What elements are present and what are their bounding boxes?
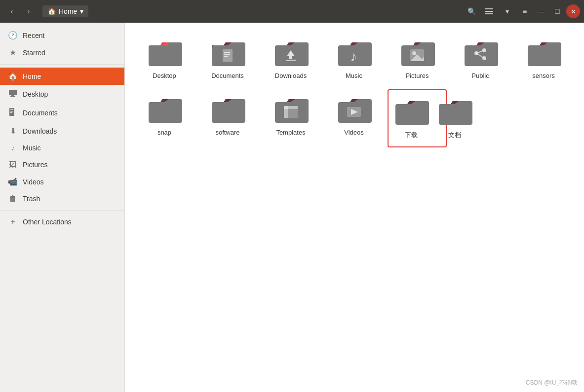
sidebar-item-videos[interactable]: 📹 Videos xyxy=(0,173,124,190)
folder-software[interactable]: software xyxy=(198,89,257,147)
sidebar-label-other-locations: Other Locations xyxy=(23,218,72,226)
divider-2 xyxy=(0,210,124,211)
titlebar-right: 🔍 ▾ ≡ — ☐ ✕ xyxy=(464,3,580,19)
svg-rect-9 xyxy=(10,112,12,113)
folder-icon-desktop xyxy=(147,38,182,68)
watermark: CSDN @IU_不错哦 xyxy=(526,379,577,387)
home-icon: 🏠 xyxy=(47,7,56,15)
folder-music[interactable]: ♪ Music xyxy=(324,33,384,85)
folder-icon-xiazai xyxy=(393,97,429,127)
svg-rect-12 xyxy=(224,54,230,55)
folder-icon-music: ♪ xyxy=(336,38,372,68)
folder-icon-templates xyxy=(273,95,309,125)
content-area: Desktop Documents xyxy=(125,23,584,392)
search-button[interactable]: 🔍 xyxy=(464,3,479,19)
sidebar-label-videos: Videos xyxy=(23,178,44,186)
folder-label-desktop: Desktop xyxy=(153,72,176,79)
forward-button[interactable]: › xyxy=(21,3,37,19)
sidebar-label-music: Music xyxy=(23,144,41,152)
svg-rect-2 xyxy=(485,13,493,14)
folder-icon-public xyxy=(463,38,498,68)
sidebar-label-trash: Trash xyxy=(23,195,40,203)
folder-templates[interactable]: Templates xyxy=(261,89,320,147)
svg-rect-8 xyxy=(10,111,13,111)
folder-label-templates: Templates xyxy=(276,129,305,136)
folder-icon-downloads xyxy=(273,38,309,68)
sidebar-label-downloads: Downloads xyxy=(23,127,57,135)
sidebar-item-music[interactable]: ♪ Music xyxy=(0,140,124,156)
folder-grid: Desktop Documents xyxy=(135,33,574,147)
sidebar-item-documents[interactable]: Documents xyxy=(0,104,124,122)
breadcrumb-label: Home xyxy=(59,7,77,15)
add-icon: + xyxy=(8,217,18,226)
folder-xiazai[interactable]: 下载 xyxy=(389,91,433,145)
close-button[interactable]: ✕ xyxy=(566,4,580,18)
sidebar-item-downloads[interactable]: ⬇ Downloads xyxy=(0,122,124,140)
back-button[interactable]: ‹ xyxy=(4,3,20,19)
titlebar: ‹ › 🏠 Home ▾ 🔍 ▾ ≡ — ☐ ✕ xyxy=(0,0,584,23)
sidebar-label-home: Home xyxy=(23,72,41,80)
sidebar-item-pictures[interactable]: 🖼 Pictures xyxy=(0,156,124,173)
recent-icon: 🕐 xyxy=(8,31,18,40)
menu-button[interactable]: ≡ xyxy=(517,3,533,19)
sidebar-label-recent: Recent xyxy=(23,32,44,39)
folder-icon-snap xyxy=(147,95,182,125)
music-icon: ♪ xyxy=(8,143,18,152)
main-container: 🕐 Recent ★ Starred 🏠 Home Desktop xyxy=(0,23,584,392)
svg-rect-0 xyxy=(485,8,493,9)
home-nav-icon: 🏠 xyxy=(8,71,18,81)
videos-icon: 📹 xyxy=(8,177,18,186)
folder-snap[interactable]: snap xyxy=(135,89,194,147)
sidebar-item-home[interactable]: 🏠 Home xyxy=(0,68,124,85)
breadcrumb[interactable]: 🏠 Home ▾ xyxy=(42,5,88,17)
folder-sensors[interactable]: sensors xyxy=(514,33,573,85)
svg-rect-11 xyxy=(224,52,230,53)
folder-label-public: Public xyxy=(471,72,489,79)
documents-icon xyxy=(8,107,18,118)
folder-label-pictures: Pictures xyxy=(406,72,429,79)
sidebar-label-desktop: Desktop xyxy=(23,90,48,98)
folder-label-software: software xyxy=(215,129,239,136)
folder-label-documents: Documents xyxy=(211,72,244,79)
folder-icon-videos xyxy=(336,95,372,125)
folder-downloads[interactable]: Downloads xyxy=(261,33,320,85)
sidebar-label-starred: Starred xyxy=(23,49,45,57)
trash-icon: 🗑 xyxy=(8,194,18,203)
desktop-icon xyxy=(8,89,18,100)
folder-label-snap: snap xyxy=(157,129,171,136)
folder-icon-wendang xyxy=(437,97,472,127)
list-view-button[interactable] xyxy=(481,3,497,19)
folder-label-sensors: sensors xyxy=(532,72,555,79)
svg-rect-7 xyxy=(10,109,13,110)
svg-point-19 xyxy=(412,51,416,55)
svg-rect-6 xyxy=(9,108,14,116)
sidebar-label-pictures: Pictures xyxy=(23,161,48,169)
folder-wendang[interactable]: 文档 xyxy=(433,91,476,145)
folder-label-music: Music xyxy=(346,72,362,79)
folder-pictures[interactable]: Pictures xyxy=(388,33,447,85)
svg-rect-16 xyxy=(286,60,296,61)
nav-buttons: ‹ › xyxy=(4,3,37,19)
folder-icon-software xyxy=(210,95,245,125)
folder-documents[interactable]: Documents xyxy=(198,33,257,85)
selection-box: 下载 文档 xyxy=(388,89,447,147)
folder-icon-sensors xyxy=(526,38,561,68)
view-dropdown-button[interactable]: ▾ xyxy=(499,3,515,19)
starred-icon: ★ xyxy=(8,48,18,57)
sidebar-item-trash[interactable]: 🗑 Trash xyxy=(0,190,124,207)
svg-text:♪: ♪ xyxy=(350,49,357,64)
sidebar-item-other-locations[interactable]: + Other Locations xyxy=(0,214,124,230)
sidebar-item-desktop[interactable]: Desktop xyxy=(0,85,124,104)
minimize-button[interactable]: — xyxy=(535,4,548,18)
sidebar-item-starred[interactable]: ★ Starred xyxy=(0,44,124,61)
maximize-button[interactable]: ☐ xyxy=(550,4,564,18)
pictures-icon: 🖼 xyxy=(8,160,18,169)
folder-desktop[interactable]: Desktop xyxy=(135,33,194,85)
svg-rect-3 xyxy=(9,90,17,95)
dropdown-icon: ▾ xyxy=(80,7,83,15)
svg-rect-13 xyxy=(224,56,228,57)
sidebar-label-documents: Documents xyxy=(23,109,58,117)
sidebar-item-recent[interactable]: 🕐 Recent xyxy=(0,27,124,44)
folder-videos[interactable]: Videos xyxy=(324,89,384,147)
folder-public[interactable]: Public xyxy=(451,33,510,85)
